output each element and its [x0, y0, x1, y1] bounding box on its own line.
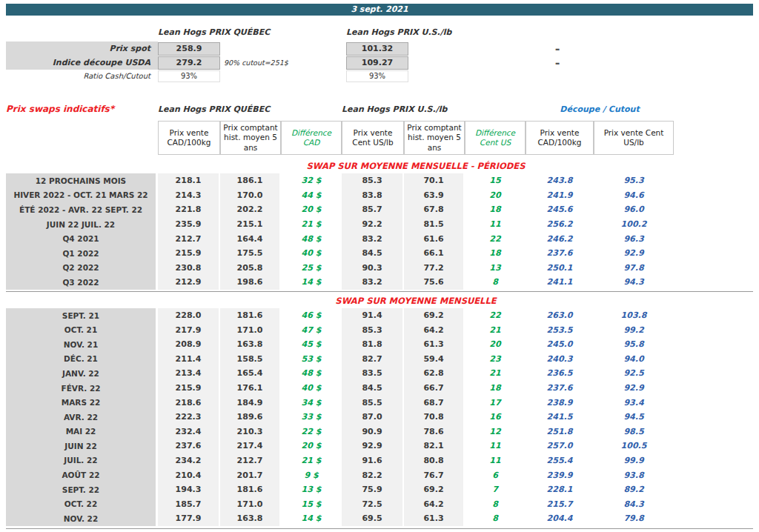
row-label: MAI 22 [6, 425, 158, 439]
cell-value: 228.1 [526, 482, 594, 497]
cell-value: 198.6 [220, 275, 281, 290]
col-header-prix-vente-us: Prix vente Cent US/lb [342, 121, 404, 155]
cell-value: 237.6 [526, 246, 594, 261]
table-row: Q3 2022212.9198.614 $83.275.68241.194.3 [6, 275, 674, 290]
cell-value: 210.3 [220, 425, 281, 439]
spot-row-label: Prix spot [6, 41, 158, 56]
cell-value: 241.1 [526, 275, 594, 290]
swaps-title: Prix swaps indicatifs* [6, 104, 158, 114]
cell-value: 91.4 [342, 308, 404, 323]
swaps-title-row: Prix swaps indicatifs* Lean Hogs PRIX QU… [6, 102, 674, 116]
cell-value: 81.8 [342, 337, 404, 352]
cell-value: 90.9 [342, 425, 404, 439]
cell-value: 12 [465, 425, 526, 439]
cell-value: 208.9 [158, 337, 220, 352]
cell-value: 22 [465, 231, 526, 246]
cell-value: 13 [465, 261, 526, 276]
cell-value: 66.1 [404, 246, 465, 261]
row-label: DÉC. 21 [6, 352, 158, 367]
cell-value: 8 [465, 496, 526, 511]
cell-value: 40 $ [281, 381, 342, 396]
cell-value: 212.9 [158, 275, 220, 290]
section-heading-row: SWAP SUR MOYENNE MENSUELLE - PÉRIODES [6, 159, 674, 173]
cell-value: 83.5 [342, 366, 404, 381]
date-banner: 3 sept. 2021 [6, 4, 753, 16]
table-row: Q2 2022230.8205.825 $90.377.213250.197.8 [6, 261, 674, 276]
table-row: JANV. 22213.4165.448 $83.562.821236.592.… [6, 366, 674, 381]
section-divider [6, 291, 753, 292]
cell-value: 92.2 [342, 217, 404, 232]
cell-value: 212.7 [220, 453, 281, 468]
table-row: ÉTÉ 2022 - AVR. 22 SEPT. 22221.8202.220 … [6, 202, 674, 217]
cell-value: 85.7 [342, 202, 404, 217]
cell-value: 20 [465, 188, 526, 203]
cell-value: 246.2 [526, 231, 594, 246]
cell-value: 11 [465, 217, 526, 232]
section-heading-row: SWAP SUR MOYENNE MENSUELLE [6, 293, 674, 308]
row-label: SEPT. 22 [6, 482, 158, 497]
cell-value: 75.9 [342, 482, 404, 497]
row-label: MARS 22 [6, 395, 158, 410]
cell-value: 83.2 [342, 231, 404, 246]
cell-value: 250.1 [526, 261, 594, 276]
cell-value: 87.0 [342, 410, 404, 425]
row-label: ÉTÉ 2022 - AVR. 22 SEPT. 22 [6, 202, 158, 217]
cell-value: 215.9 [158, 246, 220, 261]
cell-value: 204.4 [526, 511, 594, 526]
table-row: MAI 22232.4210.322 $90.978.612251.898.5 [6, 425, 674, 439]
cell-value: 9 $ [281, 468, 342, 482]
table-row: SEPT. 21228.0181.646 $91.469.222263.0103… [6, 308, 674, 323]
cell-value: 164.4 [220, 231, 281, 246]
cell-value: 84.5 [342, 246, 404, 261]
table-row: OCT. 21217.9171.047 $85.364.221253.599.2 [6, 322, 674, 337]
cell-value: 22 $ [281, 425, 342, 439]
col-header-cutout-us: Prix vente Cent US/lb [594, 121, 674, 155]
cell-value: 84.5 [342, 381, 404, 396]
cell-value: 6 [465, 468, 526, 482]
cell-value: 212.7 [158, 231, 220, 246]
swaps-cutout-header: Découpe / Cutout [526, 104, 674, 114]
cell-value: 100.2 [594, 217, 674, 232]
cell-value: 76.7 [404, 468, 465, 482]
cell-value: 185.7 [158, 496, 220, 511]
spot-note: 90% cutout=251$ [220, 59, 346, 67]
cell-value: 92.9 [594, 246, 674, 261]
table-row: Q1 2022215.9175.540 $84.566.118237.692.9 [6, 246, 674, 261]
cell-value: 61.6 [404, 231, 465, 246]
cell-value: 215.9 [158, 381, 220, 396]
cell-value: 98.5 [594, 425, 674, 439]
cell-value: 92.5 [594, 366, 674, 381]
cell-value: 94.0 [594, 352, 674, 367]
table-row: DÉC. 21211.4158.553 $82.759.423240.394.0 [6, 352, 674, 367]
cell-value: 215.7 [526, 496, 594, 511]
row-label: 12 PROCHAINS MOIS [6, 173, 158, 188]
col-header-cutout-cad: Prix vente CAD/100kg [526, 121, 594, 155]
cell-value: 181.6 [220, 308, 281, 323]
row-label: FÉVR. 22 [6, 381, 158, 396]
row-label: NOV. 21 [6, 337, 158, 352]
cell-value: 18 [465, 246, 526, 261]
table-row: AVR. 22222.3189.633 $87.070.816241.594.5 [6, 410, 674, 425]
table-row: JUIL. 22234.2212.721 $91.680.811255.499.… [6, 453, 674, 468]
cell-value: 48 $ [281, 366, 342, 381]
cell-value: 221.8 [158, 202, 220, 217]
cell-value: 45 $ [281, 337, 342, 352]
col-header-prix-comptant-us: Prix comptant hist. moyen 5 ans [404, 121, 465, 155]
spot-row-indice-decoupe: Indice découpe USDA 279.2 90% cutout=251… [6, 56, 759, 70]
cell-value: 8 [465, 275, 526, 290]
cell-value: 69.5 [342, 511, 404, 526]
cell-value: 15 $ [281, 496, 342, 511]
cell-value: 184.9 [220, 395, 281, 410]
cell-value: 63.9 [404, 188, 465, 203]
cell-value: 234.2 [158, 453, 220, 468]
swap-table-body: SWAP SUR MOYENNE MENSUELLE - PÉRIODES12 … [6, 159, 759, 526]
spot-us-value: 93% [346, 70, 408, 82]
cell-value: 235.9 [158, 217, 220, 232]
cell-value: 95.8 [594, 337, 674, 352]
column-header-row: Prix vente CAD/100kg Prix comptant hist.… [6, 121, 674, 155]
cell-value: 175.5 [220, 246, 281, 261]
cell-value: 239.9 [526, 468, 594, 482]
cell-value: 81.5 [404, 217, 465, 232]
spot-row-prix-spot: Prix spot 258.9 101.32 - [6, 41, 759, 56]
section-heading: SWAP SUR MOYENNE MENSUELLE - PÉRIODES [158, 159, 674, 173]
